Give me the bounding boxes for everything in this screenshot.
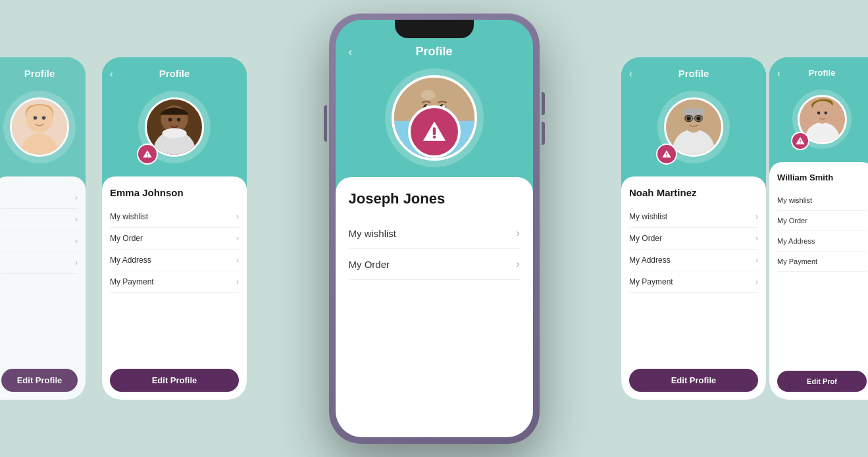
volume-down-button[interactable] bbox=[542, 122, 545, 145]
arrow-icon: › bbox=[75, 258, 78, 267]
warning-badge bbox=[408, 105, 461, 158]
svg-point-37 bbox=[432, 136, 436, 139]
menu-item-address[interactable]: › bbox=[1, 230, 78, 252]
profile-card-far-left: Profile › › › bbox=[0, 57, 86, 400]
arrow-icon: › bbox=[755, 212, 758, 221]
svg-point-26 bbox=[824, 111, 827, 115]
menu-item-address[interactable]: My Address › bbox=[110, 250, 239, 271]
warning-badge bbox=[791, 132, 809, 150]
edit-profile-button[interactable]: Edit Profile bbox=[629, 369, 758, 392]
avatar-bg bbox=[657, 91, 730, 163]
menu-item-order[interactable]: › bbox=[1, 209, 78, 230]
user-name: Joseph Jones bbox=[349, 190, 520, 207]
back-arrow-icon[interactable]: ‹ bbox=[777, 68, 780, 78]
card-body: Noah Martinez My wishlist › My Order › M… bbox=[621, 176, 766, 361]
arrow-icon: › bbox=[236, 212, 239, 221]
edit-profile-button[interactable]: Edit Prof bbox=[777, 371, 867, 392]
arrow-icon: › bbox=[755, 277, 758, 286]
card-body: › › › › bbox=[0, 176, 86, 361]
svg-point-20 bbox=[682, 108, 705, 115]
menu-item-label: My Order bbox=[349, 259, 390, 270]
arrow-icon: › bbox=[75, 236, 78, 246]
arrow-icon: › bbox=[516, 258, 519, 270]
card-header: Profile bbox=[0, 57, 86, 84]
profile-card-right: ‹ Profile bbox=[621, 57, 766, 400]
menu-item-order[interactable]: My Order bbox=[777, 211, 867, 231]
menu-item-payment[interactable]: › bbox=[1, 252, 78, 274]
arrow-icon: › bbox=[516, 227, 519, 239]
card-title: Profile bbox=[159, 68, 190, 79]
avatar-section bbox=[336, 65, 533, 177]
menu-item-label: My Address bbox=[110, 255, 151, 265]
arrow-icon: › bbox=[236, 255, 239, 265]
card-footer: Edit Profile bbox=[621, 361, 766, 400]
card-header: ‹ Profile bbox=[102, 57, 247, 84]
menu-item-order[interactable]: My Order › bbox=[349, 249, 520, 280]
user-name: Emma Johnson bbox=[110, 187, 239, 198]
menu-item-payment[interactable]: My Payment bbox=[777, 252, 867, 272]
menu-item-label: My Payment bbox=[629, 277, 673, 286]
svg-point-9 bbox=[168, 118, 172, 122]
svg-point-24 bbox=[814, 103, 830, 123]
avatar bbox=[10, 97, 69, 157]
menu-item-payment[interactable]: My Payment › bbox=[110, 271, 239, 293]
menu-item-label: My Address bbox=[629, 255, 671, 265]
menu-item-label: My wishlist bbox=[777, 196, 812, 204]
phone-frame: ‹ Profile bbox=[329, 13, 540, 444]
svg-point-21 bbox=[800, 143, 800, 144]
menu-item-payment[interactable]: My Payment › bbox=[629, 271, 758, 293]
back-arrow-icon[interactable]: ‹ bbox=[349, 46, 352, 58]
card-body: William Smith My wishlist My Order My Ad… bbox=[769, 162, 868, 363]
phone-device: ‹ Profile bbox=[329, 13, 540, 444]
phone-notch bbox=[395, 20, 474, 38]
svg-point-5 bbox=[147, 156, 147, 157]
menu-item-wishlist[interactable]: My wishlist › bbox=[629, 206, 758, 228]
volume-up-button[interactable] bbox=[542, 92, 545, 115]
user-name: William Smith bbox=[777, 173, 867, 182]
screen-title: Profile bbox=[415, 45, 452, 59]
menu-item-label: My wishlist bbox=[349, 228, 397, 239]
avatar-section bbox=[621, 84, 766, 176]
back-arrow-icon[interactable]: ‹ bbox=[629, 68, 632, 79]
power-button[interactable] bbox=[324, 105, 327, 142]
back-arrow-icon[interactable]: ‹ bbox=[110, 68, 113, 79]
menu-item-order[interactable]: My Order › bbox=[629, 228, 758, 250]
arrow-icon: › bbox=[236, 277, 239, 286]
menu-item-wishlist[interactable]: My wishlist › bbox=[110, 206, 239, 228]
avatar-section bbox=[102, 84, 247, 176]
card-title: Profile bbox=[809, 68, 835, 78]
svg-point-2 bbox=[30, 109, 49, 131]
svg-point-30 bbox=[421, 90, 436, 100]
menu-item-label: My Order bbox=[777, 217, 807, 225]
svg-point-11 bbox=[162, 128, 186, 138]
svg-point-17 bbox=[696, 117, 701, 121]
menu-item-label: My wishlist bbox=[110, 212, 148, 221]
arrow-icon: › bbox=[236, 234, 239, 243]
card-body: Emma Johnson My wishlist › My Order › My… bbox=[102, 176, 247, 361]
menu-item-wishlist[interactable]: My wishlist › bbox=[349, 218, 520, 249]
avatar-bg bbox=[792, 90, 852, 149]
arrow-icon: › bbox=[755, 234, 758, 243]
phone-screen: ‹ Profile bbox=[336, 20, 533, 437]
card-header: ‹ Profile bbox=[769, 57, 868, 83]
profile-card-far-right: ‹ Profile bbox=[769, 57, 868, 400]
edit-profile-button[interactable]: Edit Profile bbox=[110, 369, 239, 392]
card-footer: Edit Profile bbox=[102, 361, 247, 400]
avatar-bg bbox=[3, 91, 76, 163]
edit-profile-button[interactable]: Edit Profile bbox=[1, 369, 78, 392]
arrow-icon: › bbox=[75, 193, 78, 202]
warning-badge bbox=[656, 144, 677, 165]
menu-item-wishlist[interactable]: My wishlist bbox=[777, 190, 867, 211]
card-header: ‹ Profile bbox=[621, 57, 766, 84]
svg-point-25 bbox=[817, 111, 820, 115]
menu-item-address[interactable]: My Address bbox=[777, 231, 867, 252]
menu-item-order[interactable]: My Order › bbox=[110, 228, 239, 250]
menu-item-address[interactable]: My Address › bbox=[629, 250, 758, 271]
arrow-icon: › bbox=[755, 255, 758, 265]
phone-body: Joseph Jones My wishlist › My Order › bbox=[336, 177, 533, 437]
card-title: Profile bbox=[678, 68, 709, 79]
avatar-section bbox=[0, 84, 86, 176]
menu-item-wishlist[interactable]: › bbox=[1, 187, 78, 209]
svg-point-4 bbox=[42, 116, 46, 120]
svg-point-16 bbox=[686, 117, 691, 121]
